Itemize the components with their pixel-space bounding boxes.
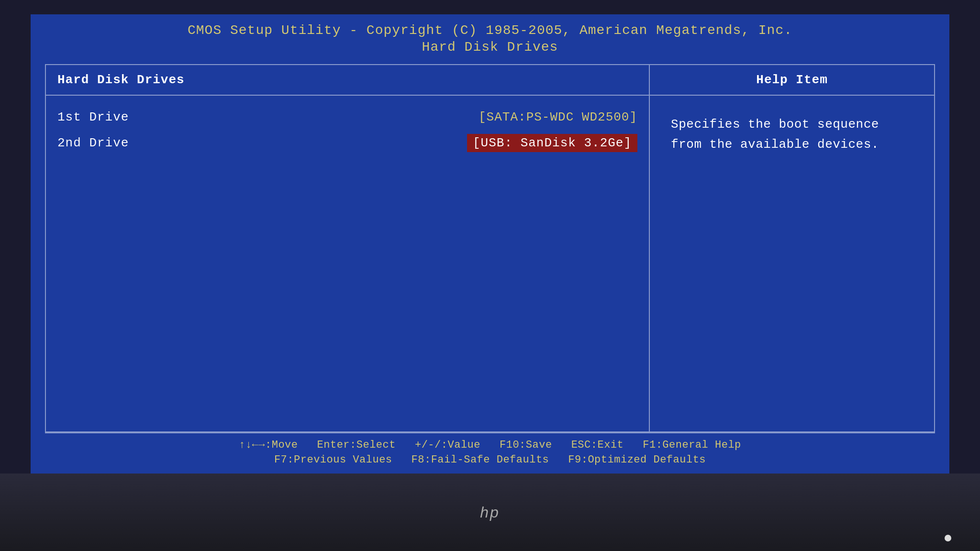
drive-1-label: 1st Drive xyxy=(57,110,129,124)
title-line1: CMOS Setup Utility - Copyright (C) 1985-… xyxy=(31,23,949,38)
monitor: CMOS Setup Utility - Copyright (C) 1985-… xyxy=(0,0,980,551)
bios-screen: CMOS Setup Utility - Copyright (C) 1985-… xyxy=(31,14,949,474)
footer-key-exit: ESC:Exit xyxy=(571,439,624,451)
monitor-bezel: hp xyxy=(0,474,980,551)
left-panel-body: 1st Drive [SATA:PS-WDC WD2500] 2nd Drive… xyxy=(46,96,649,431)
footer-key-failsafe: F8:Fail-Safe Defaults xyxy=(412,454,549,466)
left-panel-title: Hard Disk Drives xyxy=(57,73,185,87)
left-panel: Hard Disk Drives 1st Drive [SATA:PS-WDC … xyxy=(46,65,650,431)
footer-key-help: F1:General Help xyxy=(643,439,741,451)
drive-1-value: [SATA:PS-WDC WD2500] xyxy=(479,110,637,124)
footer-row-1: ↑↓←→:Move Enter:Select +/-/:Value F10:Sa… xyxy=(59,439,921,451)
help-text: Specifies the boot sequence from the ava… xyxy=(661,105,923,164)
footer-key-move: ↑↓←→:Move xyxy=(239,439,298,451)
monitor-power-dot xyxy=(945,535,951,541)
main-content: Hard Disk Drives 1st Drive [SATA:PS-WDC … xyxy=(45,64,935,432)
title-bar: CMOS Setup Utility - Copyright (C) 1985-… xyxy=(31,14,949,59)
help-title: Help Item xyxy=(756,73,827,87)
footer-key-value: +/-/:Value xyxy=(415,439,480,451)
right-panel: Help Item Specifies the boot sequence fr… xyxy=(650,65,934,431)
footer: ↑↓←→:Move Enter:Select +/-/:Value F10:Sa… xyxy=(45,432,935,474)
left-panel-header: Hard Disk Drives xyxy=(46,65,649,96)
footer-row-2: F7:Previous Values F8:Fail-Safe Defaults… xyxy=(59,454,921,466)
right-panel-body: Specifies the boot sequence from the ava… xyxy=(650,96,934,431)
monitor-logo: hp xyxy=(480,504,500,521)
drive-2-label: 2nd Drive xyxy=(57,136,129,150)
footer-key-select: Enter:Select xyxy=(317,439,396,451)
right-panel-header: Help Item xyxy=(650,65,934,96)
footer-key-optimized: F9:Optimized Defaults xyxy=(568,454,706,466)
title-line2: Hard Disk Drives xyxy=(31,40,949,55)
drive-row-2[interactable]: 2nd Drive [USB: SanDisk 3.2Ge] xyxy=(57,129,637,157)
footer-key-prev: F7:Previous Values xyxy=(274,454,392,466)
drive-row-1[interactable]: 1st Drive [SATA:PS-WDC WD2500] xyxy=(57,105,637,129)
footer-key-save: F10:Save xyxy=(500,439,552,451)
drive-2-value: [USB: SanDisk 3.2Ge] xyxy=(467,134,637,152)
